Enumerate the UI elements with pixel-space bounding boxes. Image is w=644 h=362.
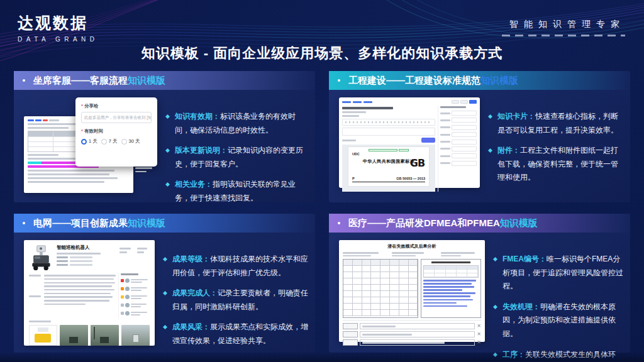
link[interactable] — [353, 101, 362, 103]
field-input[interactable] — [452, 125, 477, 130]
secondary-button[interactable] — [452, 100, 459, 104]
chip — [28, 119, 34, 121]
screenshot-thumbnail-engineering: UDC 中华人民共和国国家标准 GB P GB 50053 — 2013 — [339, 97, 480, 188]
fmea-analysis-table — [343, 259, 418, 318]
field-row — [440, 118, 477, 123]
robot-photo — [29, 244, 53, 271]
substation-photo — [121, 325, 150, 346]
chip — [43, 119, 48, 121]
table-cell — [343, 297, 353, 304]
text-line — [131, 304, 147, 305]
field-input[interactable] — [452, 118, 477, 123]
table-cell — [390, 304, 399, 310]
footer-row: ✕ — [343, 323, 481, 329]
table-cell — [446, 273, 457, 277]
primary-button[interactable] — [469, 100, 477, 104]
editor-input[interactable] — [342, 128, 435, 136]
text-line — [29, 321, 51, 322]
text-line — [423, 305, 467, 307]
ranking-heading-line — [121, 273, 138, 275]
text-line — [441, 252, 475, 254]
close-icon[interactable]: ✕ — [477, 324, 481, 329]
gb-standard-cover: UDC 中华人民共和国国家标准 GB P GB 50053 — 2013 — [348, 146, 430, 187]
share-user-input[interactable]: 此处多选用户，分享给谁谁会收到 [知 — [81, 112, 152, 123]
table-cell — [353, 310, 362, 316]
secondary-button[interactable] — [460, 100, 468, 104]
table-cell — [399, 278, 409, 285]
footer-row: ✕ — [343, 339, 481, 346]
radio-option-1day[interactable]: 1 天 — [89, 138, 97, 145]
text-line — [343, 252, 379, 254]
radio-selected-icon[interactable] — [81, 139, 87, 145]
bullet-text: 成果等级：体现科技成果的技术水平和应用价值，便于评估和推广优先级。 — [172, 253, 309, 280]
panel-body: 潜在失效模式及后果分析 — [329, 233, 630, 362]
table-cell — [399, 291, 409, 297]
upload-button[interactable] — [421, 138, 435, 143]
bullet-text: 附件：工程主文件和附件图纸一起打包下载，确保资料完整，便于统一管理和使用。 — [497, 144, 624, 185]
text-line — [423, 289, 462, 291]
contributor-lines — [131, 310, 150, 317]
editor-toolbar[interactable] — [342, 119, 435, 126]
field-input[interactable] — [452, 132, 477, 137]
table-cell — [409, 291, 418, 297]
text-line — [131, 298, 142, 300]
table-cell — [362, 297, 372, 304]
bullet-term: 知识卡片： — [497, 112, 535, 121]
text-line — [342, 111, 366, 113]
close-icon[interactable]: ✕ — [477, 332, 481, 337]
table-cell — [390, 291, 399, 297]
text-line — [119, 248, 131, 250]
footer-row: ✕ — [343, 331, 481, 337]
attachment-tag — [352, 149, 425, 151]
description-paragraphs — [29, 273, 118, 319]
rank-2-medal-icon — [121, 287, 124, 290]
field-input[interactable] — [452, 146, 477, 151]
radio-icon[interactable] — [121, 139, 127, 145]
share-label-text: 分享给 — [84, 103, 99, 109]
text-line — [423, 280, 476, 282]
panel-power-grid: 电网——项目创新成果知识模版 — [14, 214, 315, 353]
radio-option-7day[interactable]: 7 天 — [109, 138, 118, 145]
avatar — [125, 278, 130, 283]
validity-label-text: 有效时间 — [84, 128, 103, 134]
gb-logo: GB — [410, 157, 425, 169]
app-content: UDC 中华人民共和国国家标准 GB P GB 50053 — 2013 — [342, 106, 438, 192]
text-line — [131, 306, 141, 308]
text-line — [44, 278, 114, 280]
field-input[interactable] — [452, 140, 477, 145]
text-line — [29, 295, 41, 297]
diamond-bullet-icon — [488, 114, 492, 119]
table-cell — [362, 272, 372, 278]
logo-chinese-text: 达观数据 — [18, 13, 99, 33]
text-line — [119, 251, 127, 253]
text-line — [342, 115, 359, 117]
field-row — [57, 264, 119, 266]
bullet-dot-icon — [23, 222, 25, 224]
field-input[interactable] — [452, 161, 477, 166]
stat-block — [137, 246, 150, 271]
link[interactable] — [342, 101, 351, 103]
table-cell — [343, 278, 353, 285]
table-cell — [362, 278, 372, 285]
table-cell — [353, 304, 362, 310]
text-line — [57, 253, 101, 255]
text-line — [131, 295, 147, 297]
field-input[interactable] — [452, 111, 477, 116]
table-cell — [371, 260, 380, 266]
table-cell — [353, 297, 362, 304]
link[interactable] — [364, 101, 372, 103]
row-value-box — [360, 339, 475, 346]
field-input[interactable] — [452, 153, 477, 158]
achievement-info: 智能巡检机器人 — [57, 244, 119, 271]
metadata-fields — [440, 111, 477, 166]
text-line — [137, 248, 147, 250]
bullet-text: 成果风采：展示成果亮点和实际成效，增强宣传效果，促进经验共享。 — [172, 321, 309, 348]
close-icon[interactable]: ✕ — [477, 340, 481, 345]
document-title-line — [342, 107, 393, 109]
table-cell — [362, 291, 372, 297]
bullet-dot-icon — [338, 79, 340, 82]
text-line — [44, 296, 113, 298]
text-line — [423, 292, 475, 294]
radio-icon[interactable] — [101, 139, 107, 145]
radio-option-30day[interactable]: 30 天 — [129, 138, 140, 145]
